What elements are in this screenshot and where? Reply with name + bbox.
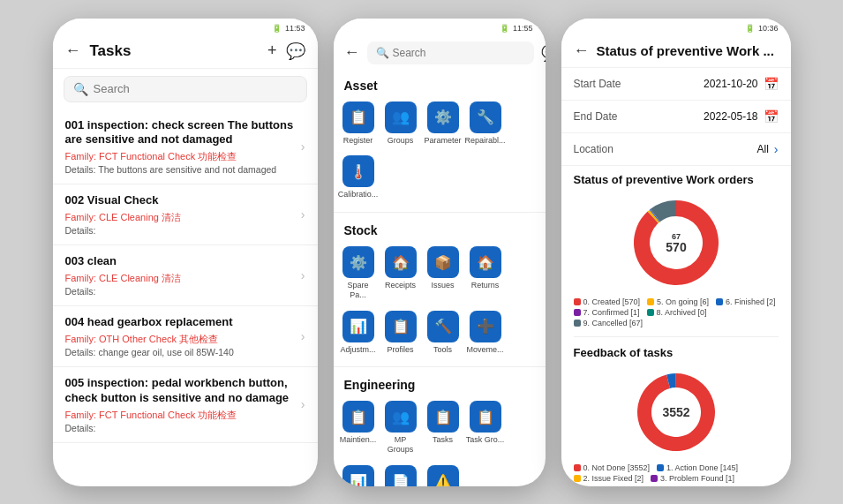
menu-item-icon: 🏠 xyxy=(470,246,501,278)
phone-tasks: 🔋 11:53 ← Tasks + 💬 🔍 001 inspection: ch… xyxy=(53,19,318,486)
menu-header: ← 🔍 💬 xyxy=(334,34,546,71)
task-family: Family: FCT Functional Check 功能检查 xyxy=(65,150,297,163)
info-value: 2021-10-20 xyxy=(704,78,757,90)
back-arrow-3[interactable]: ← xyxy=(574,41,590,60)
task-item[interactable]: 003 clean Family: CLE Cleaning 清洁 Detail… xyxy=(53,245,318,306)
info-value: 2022-05-18 xyxy=(704,110,757,123)
menu-item-icon: ⚙️ xyxy=(427,102,459,133)
back-arrow-1[interactable]: ← xyxy=(65,41,81,60)
add-button-1[interactable]: + xyxy=(267,41,277,60)
task-arrow-icon: › xyxy=(301,139,305,154)
legend-label: 3. Problem Found [1] xyxy=(660,474,734,483)
task-title: 002 Visual Check xyxy=(65,193,297,208)
status-bar-3: 🔋 10:36 xyxy=(561,19,791,34)
menu-item-icon: 📊 xyxy=(342,465,374,485)
task-title: 001 inspection: check screen The buttons… xyxy=(65,118,297,148)
menu-item[interactable]: 📊 Projects xyxy=(337,460,380,485)
menu-item-icon: 📦 xyxy=(427,246,459,278)
info-label: Start Date xyxy=(574,78,704,90)
task-content: 003 clean Family: CLE Cleaning 清洁 Detail… xyxy=(65,254,297,297)
task-family: Family: CLE Cleaning 清洁 xyxy=(65,272,297,285)
menu-item[interactable]: 👥 MP Groups xyxy=(380,395,422,460)
info-row: End Date 2022-05-18 📅 xyxy=(561,101,791,133)
menu-item-label: Tasks xyxy=(433,435,453,445)
battery-icon-2: 🔋 xyxy=(500,24,509,33)
work-orders-title: Status of preventive Work orders xyxy=(574,173,779,186)
task-item[interactable]: 005 inspection: pedal workbench button, … xyxy=(53,367,318,443)
menu-item[interactable]: 📋 Maintien... xyxy=(337,395,380,460)
menu-item[interactable]: 👥 Groups xyxy=(380,96,422,151)
task-arrow-icon: › xyxy=(301,329,305,343)
back-arrow-2[interactable]: ← xyxy=(344,43,360,62)
time-2: 11:55 xyxy=(513,24,533,33)
menu-item[interactable]: 📋 Profiles xyxy=(380,305,422,360)
task-content: 004 head gearbox replacement Family: OTH… xyxy=(65,315,297,357)
chat-icon-1[interactable]: 💬 xyxy=(286,41,305,61)
task-content: 005 inspection: pedal workbench button, … xyxy=(65,376,297,433)
chart-divider xyxy=(574,336,779,337)
legend-item: 6. Finished [2] xyxy=(716,297,776,306)
svg-text:3552: 3552 xyxy=(662,405,689,419)
work-orders-chart-section: Status of preventive Work orders 67 570 … xyxy=(561,166,791,335)
menu-item-label: Task Gro... xyxy=(466,435,505,445)
status-fields: Start Date 2021-10-20 📅 End Date 2022-05… xyxy=(561,68,791,166)
donut-svg: 67 570 xyxy=(625,192,727,294)
battery-icon-3: 🔋 xyxy=(745,24,755,33)
status-page-title: Status of preventive Work ... xyxy=(597,43,779,58)
menu-item[interactable]: 🏠 Receipts xyxy=(380,241,422,305)
menu-item[interactable]: 📋 Register xyxy=(337,96,380,151)
menu-item[interactable]: 🔨 Tools xyxy=(422,305,464,360)
menu-item-icon: 📋 xyxy=(342,401,374,433)
task-content: 001 inspection: check screen The buttons… xyxy=(65,118,297,176)
task-item[interactable]: 004 head gearbox replacement Family: OTH… xyxy=(53,306,318,367)
info-label: Location xyxy=(574,143,757,155)
status-bar-2: 🔋 11:55 xyxy=(334,19,546,34)
menu-item[interactable]: 🔧 Repairabl... xyxy=(464,96,507,151)
task-family: Family: OTH Other Check 其他检查 xyxy=(65,333,297,346)
task-item[interactable]: 001 inspection: check screen The buttons… xyxy=(53,109,318,185)
menu-section-divider xyxy=(334,212,546,213)
search-icon-1: 🔍 xyxy=(73,82,88,96)
menu-search-input[interactable] xyxy=(393,47,525,59)
task-arrow-icon: › xyxy=(301,397,305,411)
menu-item-icon: 🔧 xyxy=(470,102,501,133)
menu-item[interactable]: 📊 Adjustm... xyxy=(337,305,380,360)
menu-item-icon: 📊 xyxy=(342,311,374,342)
donut-svg: 3552 xyxy=(628,365,724,460)
legend-dot xyxy=(574,298,581,305)
task-details: Details: xyxy=(65,286,297,297)
menu-item[interactable]: 🌡️ Calibratio... xyxy=(337,150,380,205)
legend-item: 1. Action Done [145] xyxy=(657,463,738,472)
info-icon: 📅 xyxy=(764,109,779,124)
menu-item[interactable]: 🏠 Returns xyxy=(464,241,507,305)
menu-item[interactable]: 📄 Docume... xyxy=(380,460,422,485)
menu-item-icon: 📋 xyxy=(342,102,374,133)
menu-item[interactable]: ➕ Moveme... xyxy=(464,305,507,360)
task-list: 001 inspection: check screen The buttons… xyxy=(53,109,318,443)
legend-dot xyxy=(651,475,658,482)
menu-item-label: Moveme... xyxy=(466,345,503,355)
tasks-title: Tasks xyxy=(90,42,259,60)
task-title: 003 clean xyxy=(65,254,297,269)
menu-item[interactable]: 📋 Tasks xyxy=(422,395,464,460)
menu-item[interactable]: ⚙️ Parameter xyxy=(422,96,464,151)
info-icon: 📅 xyxy=(764,77,779,91)
menu-item[interactable]: 📋 Task Gro... xyxy=(464,395,507,460)
task-title: 004 head gearbox replacement xyxy=(65,315,297,330)
legend-item: 7. Confirmed [1] xyxy=(574,308,640,317)
legend-label: 2. Issue Fixed [2] xyxy=(583,474,644,483)
legend-label: 0. Created [570] xyxy=(583,297,641,306)
menu-item-label: Groups xyxy=(388,136,414,146)
tasks-search-bar: 🔍 xyxy=(64,76,307,102)
time-1: 11:53 xyxy=(285,24,305,33)
menu-item-label: Parameter xyxy=(424,136,461,146)
legend-dot xyxy=(657,464,664,471)
menu-item-label: Repairabl... xyxy=(464,136,505,146)
tasks-search-input[interactable] xyxy=(94,82,297,95)
menu-item[interactable]: 📦 Issues xyxy=(422,241,464,305)
menu-item[interactable]: ⚠️ Error Me... xyxy=(422,460,464,485)
status-icons-1: 🔋 11:53 xyxy=(272,24,305,33)
menu-item[interactable]: ⚙️ Spare Pa... xyxy=(337,241,380,305)
chat-icon-2[interactable]: 💬 xyxy=(541,43,546,63)
task-item[interactable]: 002 Visual Check Family: CLE Cleaning 清洁… xyxy=(53,184,318,245)
